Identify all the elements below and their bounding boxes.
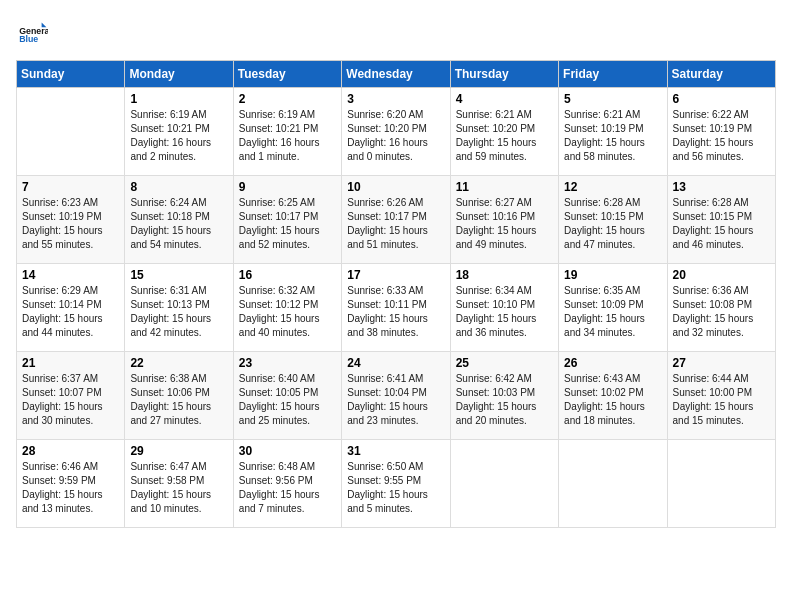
day-number: 26: [564, 356, 661, 370]
day-number: 30: [239, 444, 336, 458]
day-info: Sunrise: 6:50 AM Sunset: 9:55 PM Dayligh…: [347, 460, 444, 516]
day-number: 2: [239, 92, 336, 106]
day-info: Sunrise: 6:36 AM Sunset: 10:08 PM Daylig…: [673, 284, 770, 340]
day-number: 5: [564, 92, 661, 106]
calendar-cell: 11Sunrise: 6:27 AM Sunset: 10:16 PM Dayl…: [450, 176, 558, 264]
day-number: 25: [456, 356, 553, 370]
calendar-cell: 3Sunrise: 6:20 AM Sunset: 10:20 PM Dayli…: [342, 88, 450, 176]
calendar-cell: [17, 88, 125, 176]
calendar-cell: 18Sunrise: 6:34 AM Sunset: 10:10 PM Dayl…: [450, 264, 558, 352]
column-header-thursday: Thursday: [450, 61, 558, 88]
calendar-cell: 21Sunrise: 6:37 AM Sunset: 10:07 PM Dayl…: [17, 352, 125, 440]
day-info: Sunrise: 6:42 AM Sunset: 10:03 PM Daylig…: [456, 372, 553, 428]
day-info: Sunrise: 6:41 AM Sunset: 10:04 PM Daylig…: [347, 372, 444, 428]
day-info: Sunrise: 6:28 AM Sunset: 10:15 PM Daylig…: [673, 196, 770, 252]
day-number: 29: [130, 444, 227, 458]
calendar-cell: 13Sunrise: 6:28 AM Sunset: 10:15 PM Dayl…: [667, 176, 775, 264]
calendar-cell: 17Sunrise: 6:33 AM Sunset: 10:11 PM Dayl…: [342, 264, 450, 352]
calendar-cell: 8Sunrise: 6:24 AM Sunset: 10:18 PM Dayli…: [125, 176, 233, 264]
calendar-week-4: 21Sunrise: 6:37 AM Sunset: 10:07 PM Dayl…: [17, 352, 776, 440]
calendar-cell: 24Sunrise: 6:41 AM Sunset: 10:04 PM Dayl…: [342, 352, 450, 440]
day-info: Sunrise: 6:21 AM Sunset: 10:19 PM Daylig…: [564, 108, 661, 164]
day-number: 9: [239, 180, 336, 194]
calendar-cell: 15Sunrise: 6:31 AM Sunset: 10:13 PM Dayl…: [125, 264, 233, 352]
calendar-cell: 23Sunrise: 6:40 AM Sunset: 10:05 PM Dayl…: [233, 352, 341, 440]
calendar-week-1: 1Sunrise: 6:19 AM Sunset: 10:21 PM Dayli…: [17, 88, 776, 176]
day-info: Sunrise: 6:37 AM Sunset: 10:07 PM Daylig…: [22, 372, 119, 428]
day-number: 7: [22, 180, 119, 194]
column-header-sunday: Sunday: [17, 61, 125, 88]
day-info: Sunrise: 6:22 AM Sunset: 10:19 PM Daylig…: [673, 108, 770, 164]
day-info: Sunrise: 6:44 AM Sunset: 10:00 PM Daylig…: [673, 372, 770, 428]
page-header: General Blue: [16, 16, 776, 48]
calendar-cell: [667, 440, 775, 528]
day-number: 3: [347, 92, 444, 106]
day-info: Sunrise: 6:33 AM Sunset: 10:11 PM Daylig…: [347, 284, 444, 340]
calendar-cell: 31Sunrise: 6:50 AM Sunset: 9:55 PM Dayli…: [342, 440, 450, 528]
day-info: Sunrise: 6:31 AM Sunset: 10:13 PM Daylig…: [130, 284, 227, 340]
day-number: 15: [130, 268, 227, 282]
day-info: Sunrise: 6:35 AM Sunset: 10:09 PM Daylig…: [564, 284, 661, 340]
calendar-cell: 14Sunrise: 6:29 AM Sunset: 10:14 PM Dayl…: [17, 264, 125, 352]
day-number: 31: [347, 444, 444, 458]
calendar-cell: 28Sunrise: 6:46 AM Sunset: 9:59 PM Dayli…: [17, 440, 125, 528]
day-info: Sunrise: 6:27 AM Sunset: 10:16 PM Daylig…: [456, 196, 553, 252]
day-number: 16: [239, 268, 336, 282]
calendar-cell: 5Sunrise: 6:21 AM Sunset: 10:19 PM Dayli…: [559, 88, 667, 176]
day-info: Sunrise: 6:24 AM Sunset: 10:18 PM Daylig…: [130, 196, 227, 252]
calendar-cell: 6Sunrise: 6:22 AM Sunset: 10:19 PM Dayli…: [667, 88, 775, 176]
calendar-cell: 4Sunrise: 6:21 AM Sunset: 10:20 PM Dayli…: [450, 88, 558, 176]
calendar-header-row: SundayMondayTuesdayWednesdayThursdayFrid…: [17, 61, 776, 88]
logo: General Blue: [16, 16, 54, 48]
day-info: Sunrise: 6:40 AM Sunset: 10:05 PM Daylig…: [239, 372, 336, 428]
day-info: Sunrise: 6:48 AM Sunset: 9:56 PM Dayligh…: [239, 460, 336, 516]
calendar-cell: 25Sunrise: 6:42 AM Sunset: 10:03 PM Dayl…: [450, 352, 558, 440]
calendar-body: 1Sunrise: 6:19 AM Sunset: 10:21 PM Dayli…: [17, 88, 776, 528]
day-number: 13: [673, 180, 770, 194]
calendar-cell: 7Sunrise: 6:23 AM Sunset: 10:19 PM Dayli…: [17, 176, 125, 264]
column-header-wednesday: Wednesday: [342, 61, 450, 88]
day-number: 1: [130, 92, 227, 106]
day-info: Sunrise: 6:21 AM Sunset: 10:20 PM Daylig…: [456, 108, 553, 164]
day-info: Sunrise: 6:23 AM Sunset: 10:19 PM Daylig…: [22, 196, 119, 252]
calendar-cell: 26Sunrise: 6:43 AM Sunset: 10:02 PM Dayl…: [559, 352, 667, 440]
day-number: 22: [130, 356, 227, 370]
day-info: Sunrise: 6:43 AM Sunset: 10:02 PM Daylig…: [564, 372, 661, 428]
calendar-week-5: 28Sunrise: 6:46 AM Sunset: 9:59 PM Dayli…: [17, 440, 776, 528]
calendar-cell: 1Sunrise: 6:19 AM Sunset: 10:21 PM Dayli…: [125, 88, 233, 176]
day-number: 28: [22, 444, 119, 458]
day-number: 17: [347, 268, 444, 282]
day-info: Sunrise: 6:25 AM Sunset: 10:17 PM Daylig…: [239, 196, 336, 252]
day-info: Sunrise: 6:38 AM Sunset: 10:06 PM Daylig…: [130, 372, 227, 428]
day-number: 20: [673, 268, 770, 282]
day-info: Sunrise: 6:34 AM Sunset: 10:10 PM Daylig…: [456, 284, 553, 340]
day-number: 18: [456, 268, 553, 282]
day-info: Sunrise: 6:26 AM Sunset: 10:17 PM Daylig…: [347, 196, 444, 252]
day-number: 19: [564, 268, 661, 282]
calendar-cell: 9Sunrise: 6:25 AM Sunset: 10:17 PM Dayli…: [233, 176, 341, 264]
column-header-monday: Monday: [125, 61, 233, 88]
day-info: Sunrise: 6:29 AM Sunset: 10:14 PM Daylig…: [22, 284, 119, 340]
day-info: Sunrise: 6:46 AM Sunset: 9:59 PM Dayligh…: [22, 460, 119, 516]
day-number: 24: [347, 356, 444, 370]
day-number: 10: [347, 180, 444, 194]
calendar-table: SundayMondayTuesdayWednesdayThursdayFrid…: [16, 60, 776, 528]
day-number: 27: [673, 356, 770, 370]
day-info: Sunrise: 6:47 AM Sunset: 9:58 PM Dayligh…: [130, 460, 227, 516]
calendar-cell: 29Sunrise: 6:47 AM Sunset: 9:58 PM Dayli…: [125, 440, 233, 528]
day-number: 12: [564, 180, 661, 194]
calendar-cell: [450, 440, 558, 528]
calendar-cell: 27Sunrise: 6:44 AM Sunset: 10:00 PM Dayl…: [667, 352, 775, 440]
day-info: Sunrise: 6:32 AM Sunset: 10:12 PM Daylig…: [239, 284, 336, 340]
day-number: 11: [456, 180, 553, 194]
calendar-cell: 10Sunrise: 6:26 AM Sunset: 10:17 PM Dayl…: [342, 176, 450, 264]
day-info: Sunrise: 6:19 AM Sunset: 10:21 PM Daylig…: [239, 108, 336, 164]
day-info: Sunrise: 6:28 AM Sunset: 10:15 PM Daylig…: [564, 196, 661, 252]
calendar-cell: 22Sunrise: 6:38 AM Sunset: 10:06 PM Dayl…: [125, 352, 233, 440]
calendar-cell: 2Sunrise: 6:19 AM Sunset: 10:21 PM Dayli…: [233, 88, 341, 176]
calendar-week-3: 14Sunrise: 6:29 AM Sunset: 10:14 PM Dayl…: [17, 264, 776, 352]
svg-text:Blue: Blue: [19, 34, 38, 44]
day-info: Sunrise: 6:20 AM Sunset: 10:20 PM Daylig…: [347, 108, 444, 164]
day-number: 6: [673, 92, 770, 106]
calendar-cell: 30Sunrise: 6:48 AM Sunset: 9:56 PM Dayli…: [233, 440, 341, 528]
